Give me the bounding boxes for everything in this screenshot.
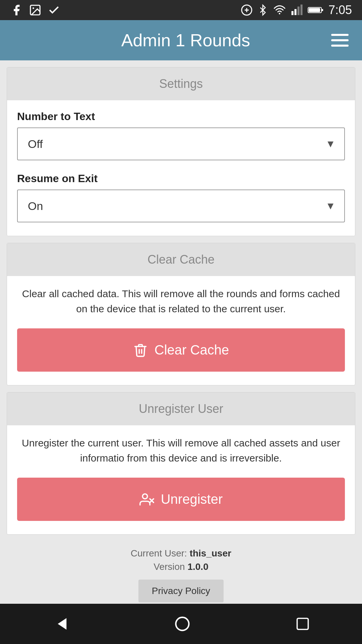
svg-rect-12 xyxy=(309,8,320,12)
home-icon xyxy=(174,615,191,633)
app-bar-title: Admin 1 Rounds xyxy=(40,30,331,50)
svg-point-5 xyxy=(279,13,281,14)
number-to-text-select-wrapper: Off On ▼ xyxy=(17,127,345,160)
bluetooth-icon xyxy=(257,4,268,16)
number-to-text-label: Number to Text xyxy=(17,110,345,123)
clear-cache-section-header: Clear Cache xyxy=(7,243,355,276)
image-icon xyxy=(29,4,42,16)
resume-on-exit-select-wrapper: On Off ▼ xyxy=(17,190,345,222)
privacy-policy-label: Privacy Policy xyxy=(152,586,210,596)
unregister-button[interactable]: Unregister xyxy=(17,478,345,521)
app-bar: Admin 1 Rounds xyxy=(0,20,362,60)
status-bar: 7:05 xyxy=(0,0,362,20)
clear-cache-section-label: Clear Cache xyxy=(147,253,215,266)
unregister-user-section-label: Unregister User xyxy=(139,402,223,416)
settings-section-header: Settings xyxy=(7,67,355,100)
hamburger-menu-button[interactable] xyxy=(331,34,349,47)
main-content: Settings Number to Text Off On ▼ Resume … xyxy=(0,60,362,604)
trash-icon xyxy=(133,343,148,358)
back-icon xyxy=(52,615,69,633)
svg-point-1 xyxy=(33,7,34,9)
wifi-icon xyxy=(273,4,286,16)
footer-info: Current User: this_user Version 1.0.0 Pr… xyxy=(7,541,355,604)
clear-cache-section: Clear Cache Clear all cached data. This … xyxy=(7,243,355,385)
circle-plus-icon xyxy=(241,4,253,16)
unregister-user-section-body: Unregister the current user. This will r… xyxy=(7,425,355,534)
hamburger-line-2 xyxy=(331,39,349,41)
hamburger-line-3 xyxy=(331,45,349,47)
unregister-user-section: Unregister User Unregister the current u… xyxy=(7,392,355,535)
svg-rect-6 xyxy=(291,11,293,15)
recents-button[interactable] xyxy=(289,610,317,638)
navigation-bar xyxy=(0,604,362,644)
current-user-line: Current User: this_user xyxy=(17,548,345,559)
svg-rect-18 xyxy=(297,619,308,630)
back-button[interactable] xyxy=(45,608,76,639)
recents-icon xyxy=(295,616,310,631)
settings-section: Settings Number to Text Off On ▼ Resume … xyxy=(7,67,355,236)
settings-section-body: Number to Text Off On ▼ Resume on Exit O… xyxy=(7,100,355,236)
status-bar-left-icons xyxy=(10,4,60,16)
svg-point-13 xyxy=(142,494,147,499)
current-user-prefix: Current User: xyxy=(131,548,190,558)
clear-cache-section-body: Clear all cached data. This will remove … xyxy=(7,276,355,385)
number-to-text-field: Number to Text Off On ▼ xyxy=(17,110,345,160)
resume-on-exit-label: Resume on Exit xyxy=(17,172,345,185)
svg-marker-16 xyxy=(58,618,67,630)
signal-icon xyxy=(291,4,303,16)
clear-cache-button-label: Clear Cache xyxy=(155,342,229,358)
unregister-user-section-header: Unregister User xyxy=(7,392,355,425)
svg-rect-11 xyxy=(321,9,323,11)
unregister-user-description: Unregister the current user. This will r… xyxy=(17,435,345,466)
number-to-text-select[interactable]: Off On xyxy=(17,127,345,160)
current-user-value: this_user xyxy=(190,548,232,558)
unregister-button-label: Unregister xyxy=(161,492,223,507)
home-button[interactable] xyxy=(167,608,198,639)
status-time: 7:05 xyxy=(328,3,352,17)
privacy-policy-button[interactable]: Privacy Policy xyxy=(138,580,224,602)
check-icon xyxy=(48,4,60,16)
facebook-icon xyxy=(10,4,23,16)
resume-on-exit-field: Resume on Exit On Off ▼ xyxy=(17,172,345,222)
svg-point-17 xyxy=(176,618,189,631)
resume-on-exit-select[interactable]: On Off xyxy=(17,190,345,222)
unregister-icon xyxy=(139,492,154,507)
status-bar-right-icons: 7:05 xyxy=(241,3,352,17)
clear-cache-button[interactable]: Clear Cache xyxy=(17,328,345,372)
svg-rect-8 xyxy=(297,7,299,15)
svg-rect-9 xyxy=(300,5,302,15)
settings-section-label: Settings xyxy=(159,77,203,91)
version-prefix: Version xyxy=(154,561,187,572)
version-line: Version 1.0.0 xyxy=(17,561,345,572)
version-value: 1.0.0 xyxy=(187,561,208,572)
hamburger-line-1 xyxy=(331,34,349,36)
battery-icon xyxy=(308,5,324,15)
clear-cache-description: Clear all cached data. This will remove … xyxy=(17,286,345,316)
svg-rect-7 xyxy=(294,9,296,15)
